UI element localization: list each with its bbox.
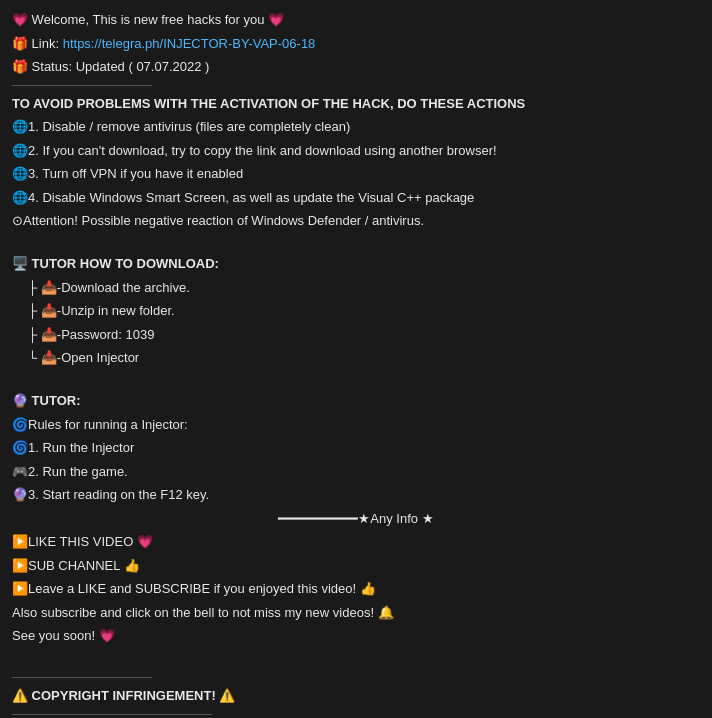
copyright-title: ⚠️ COPYRIGHT INFRINGEMENT! ⚠️ xyxy=(12,686,700,706)
warning-item-5: ⊙Attention! Possible negative reaction o… xyxy=(12,211,700,231)
warning-item-1: 🌐1. Disable / remove antivirus (files ar… xyxy=(12,117,700,137)
tutor-download-title: 🖥️ TUTOR HOW TO DOWNLOAD: xyxy=(12,254,700,274)
warning-title: TO AVOID PROBLEMS WITH THE ACTIVATION OF… xyxy=(12,94,700,114)
tutor-download-step-2: ├ 📥-Unzip in new folder. xyxy=(12,301,700,321)
see-you: See you soon! 💗 xyxy=(12,626,700,646)
divider-1 xyxy=(12,85,152,86)
tutor-download-step-4: └ 📥-Open Injector xyxy=(12,348,700,368)
divider-2 xyxy=(12,677,152,678)
tutor-item-1: 🌀1. Run the Injector xyxy=(12,438,700,458)
status-text: 🎁 Status: Updated ( 07.07.2022 ) xyxy=(12,57,700,77)
sub-text: ▶️SUB CHANNEL 👍 xyxy=(12,556,700,576)
tutor-title: 🔮 TUTOR: xyxy=(12,391,700,411)
divider-3 xyxy=(12,714,212,715)
welcome-text: 💗 Welcome, This is new free hacks for yo… xyxy=(12,10,700,30)
like-text: ▶️LIKE THIS VIDEO 💗 xyxy=(12,532,700,552)
tutor-download-step-3: ├ 📥-Password: 1039 xyxy=(12,325,700,345)
tutor-item-2: 🎮2. Run the game. xyxy=(12,462,700,482)
link-label: 🎁 Link: xyxy=(12,36,63,51)
link-line: 🎁 Link: https://telegra.ph/INJECTOR-BY-V… xyxy=(12,34,700,54)
any-info: ━━━━━━━━━━★Any Info ★ xyxy=(12,509,700,529)
tutor-item-3: 🔮3. Start reading on the F12 key. xyxy=(12,485,700,505)
tutor-download-step-1: ├ 📥-Download the archive. xyxy=(12,278,700,298)
subscribe-msg: ▶️Leave a LIKE and SUBSCRIBE if you enjo… xyxy=(12,579,700,599)
bell-msg: Also subscribe and click on the bell to … xyxy=(12,603,700,623)
warning-item-4: 🌐4. Disable Windows Smart Screen, as wel… xyxy=(12,188,700,208)
hack-link[interactable]: https://telegra.ph/INJECTOR-BY-VAP-06-18 xyxy=(63,36,316,51)
warning-item-2: 🌐2. If you can't download, try to copy t… xyxy=(12,141,700,161)
tutor-subtitle: 🌀Rules for running a Injector: xyxy=(12,415,700,435)
warning-item-3: 🌐3. Turn off VPN if you have it enabled xyxy=(12,164,700,184)
